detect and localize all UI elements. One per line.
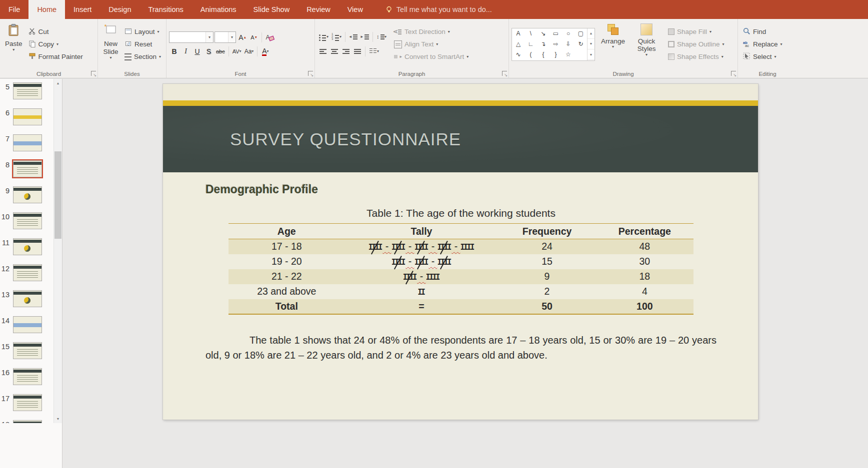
tab-transitions[interactable]: Transitions — [140, 0, 192, 19]
scrollbar-thumb[interactable] — [54, 151, 62, 239]
clear-formatting-button[interactable] — [264, 32, 275, 43]
new-slide-button[interactable]: * New Slide ▾ — [100, 21, 121, 67]
elbow-arrow-shape[interactable]: ↴ — [537, 39, 550, 49]
tab-animations[interactable]: Animations — [192, 0, 245, 19]
numbering-button[interactable]: ▾ — [330, 31, 342, 42]
column-header-frequency[interactable]: Frequency — [498, 224, 596, 239]
font-dialog-launcher[interactable] — [308, 71, 313, 76]
column-header-age[interactable]: Age — [228, 224, 345, 239]
scroll-down-icon[interactable]: ▼ — [54, 415, 62, 423]
thumbnail-scrollbar[interactable]: ▲ ▼ — [54, 79, 62, 423]
shapes-scroll-down-icon[interactable]: ▼ — [588, 39, 594, 49]
slide-thumbnail-8[interactable] — [13, 160, 42, 177]
rotate-arrow-shape[interactable]: ↻ — [574, 39, 587, 49]
paste-button[interactable]: Paste ▾ — [2, 21, 25, 67]
copy-button[interactable]: Copy ▾ — [26, 38, 86, 50]
paragraph-dialog-launcher[interactable] — [502, 71, 507, 76]
paste-dropdown-arrow-icon[interactable]: ▾ — [12, 48, 14, 52]
text-direction-button[interactable]: Text Direction ▾ — [392, 26, 471, 38]
shape-outline-dropdown-arrow-icon[interactable]: ▾ — [722, 42, 724, 46]
cut-button[interactable]: Cut — [26, 26, 86, 38]
slide-thumbnail-13[interactable] — [13, 290, 42, 307]
select-dropdown-arrow-icon[interactable]: ▾ — [774, 55, 776, 59]
section-button[interactable]: Section ▾ — [122, 51, 164, 63]
freeform-shape[interactable]: ∿ — [512, 49, 524, 60]
align-left-button[interactable] — [318, 46, 328, 57]
cell-tally[interactable]: IIII - IIII - IIII — [345, 254, 498, 269]
section-dropdown-arrow-icon[interactable]: ▾ — [159, 55, 161, 59]
slide-thumbnail-15[interactable] — [13, 342, 42, 359]
slide-thumbnail-9[interactable] — [13, 186, 42, 203]
slide-thumbnail-5[interactable] — [13, 82, 42, 99]
tab-insert[interactable]: Insert — [65, 0, 100, 19]
align-center-button[interactable] — [329, 46, 340, 57]
decrease-indent-button[interactable] — [348, 31, 358, 42]
section-heading[interactable]: Demographic Profile — [206, 183, 318, 196]
slide-thumbnail-14[interactable] — [13, 316, 42, 333]
tab-review[interactable]: Review — [298, 0, 339, 19]
underline-button[interactable]: U — [192, 46, 202, 57]
shape-fill-dropdown-arrow-icon[interactable]: ▾ — [710, 30, 712, 34]
slide-thumbnail-10[interactable] — [13, 212, 42, 229]
strikethrough-button[interactable]: abc — [215, 46, 226, 57]
columns-button[interactable]: ▾ — [368, 46, 380, 57]
slide-thumbnail-11[interactable] — [13, 238, 42, 255]
slide-title[interactable]: SURVEY QUESTIONNAIRE — [163, 129, 461, 149]
cell-tally[interactable]: = — [345, 299, 498, 314]
align-text-button[interactable]: Align Text ▾ — [392, 38, 471, 50]
scroll-up-icon[interactable]: ▲ — [54, 79, 62, 87]
cell-age[interactable]: Total — [228, 299, 345, 314]
shapes-more-icon[interactable]: ▼ — [588, 49, 594, 60]
replace-button[interactable]: abac Replace ▾ — [740, 38, 785, 50]
font-color-button[interactable]: A▾ — [260, 46, 270, 57]
text-shadow-button[interactable]: S — [204, 46, 214, 57]
cell-frequency[interactable]: 2 — [498, 284, 596, 299]
cell-percentage[interactable]: 48 — [596, 239, 694, 254]
slide-canvas[interactable]: SURVEY QUESTIONNAIRE Demographic Profile… — [62, 79, 868, 468]
align-right-button[interactable] — [340, 46, 351, 57]
down-arrow-shape[interactable]: ⇩ — [562, 39, 574, 49]
font-name-input[interactable] — [170, 32, 206, 42]
age-table[interactable]: AgeTallyFrequencyPercentage 17 - 18IIII … — [228, 223, 694, 315]
oval-shape[interactable]: ○ — [562, 28, 574, 39]
body-paragraph[interactable]: The table 1 shows that 24 or 48% of the … — [206, 333, 716, 363]
font-name-dropdown-icon[interactable]: ▾ — [206, 32, 213, 42]
cell-age[interactable]: 23 and above — [228, 284, 345, 299]
tab-view[interactable]: View — [339, 0, 372, 19]
cell-age[interactable]: 21 - 22 — [228, 269, 345, 284]
cell-tally[interactable]: IIII - IIII - IIII - IIII - IIII — [345, 239, 498, 254]
text-direction-dropdown-arrow-icon[interactable]: ▾ — [448, 30, 450, 34]
quick-styles-dropdown-arrow-icon[interactable]: ▾ — [646, 53, 648, 57]
text-box-shape[interactable]: A — [512, 28, 524, 39]
arrange-dropdown-arrow-icon[interactable]: ▾ — [612, 45, 614, 49]
cell-age[interactable]: 19 - 20 — [228, 254, 345, 269]
format-painter-button[interactable]: Format Painter — [26, 51, 86, 63]
elbow-connector-shape[interactable]: ∟ — [524, 39, 537, 49]
cell-percentage[interactable]: 30 — [596, 254, 694, 269]
cell-tally[interactable]: II — [345, 284, 498, 299]
quick-styles-button[interactable]: Quick Styles ▾ — [631, 21, 662, 67]
slide-8-editor[interactable]: SURVEY QUESTIONNAIRE Demographic Profile… — [163, 84, 758, 420]
slide-thumbnail-17[interactable] — [13, 394, 42, 411]
table-caption[interactable]: Table 1: The age of the working students — [228, 207, 694, 219]
grow-font-button[interactable]: A▴ — [237, 32, 248, 43]
copy-dropdown-arrow-icon[interactable]: ▾ — [56, 42, 58, 46]
new-slide-dropdown-arrow-icon[interactable]: ▾ — [110, 56, 112, 60]
shape-effects-button[interactable]: Shape Effects ▾ — [666, 51, 727, 63]
tab-file[interactable]: File — [0, 0, 28, 19]
arc-shape[interactable]: ( — [524, 49, 537, 60]
character-spacing-button[interactable]: AV▾ — [232, 46, 242, 57]
find-button[interactable]: Find — [740, 26, 785, 38]
right-brace-shape[interactable]: } — [550, 49, 562, 60]
convert-to-smartart-button[interactable]: Convert to SmartArt ▾ — [392, 51, 471, 63]
tab-home[interactable]: Home — [28, 0, 65, 19]
slide-thumbnail-7[interactable] — [13, 134, 42, 151]
slide-thumbnail-18[interactable] — [13, 420, 42, 423]
cell-percentage[interactable]: 18 — [596, 269, 694, 284]
bold-button[interactable]: B — [169, 46, 180, 57]
font-size-dropdown-icon[interactable]: ▾ — [228, 32, 236, 42]
cell-tally[interactable]: IIII - IIII — [345, 269, 498, 284]
column-header-tally[interactable]: Tally — [345, 224, 498, 239]
reset-button[interactable]: ↺ Reset — [122, 38, 164, 50]
font-size-input[interactable] — [215, 32, 228, 42]
